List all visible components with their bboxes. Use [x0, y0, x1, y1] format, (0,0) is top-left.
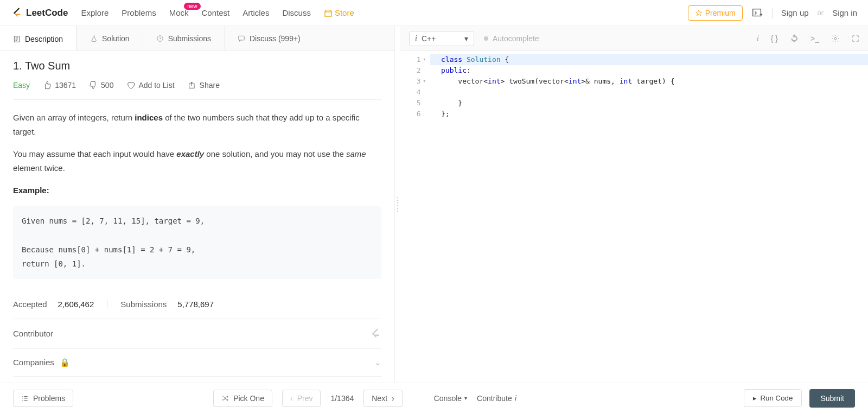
add-to-list-button[interactable]: Add to List [126, 81, 174, 90]
share-button[interactable]: Share [188, 81, 220, 90]
pager-text: 1/1364 [330, 394, 354, 403]
settings-icon[interactable] [831, 34, 840, 43]
related-topics-row[interactable]: Related Topics ⌄ [13, 376, 381, 383]
info-icon: i [515, 394, 517, 403]
reset-icon[interactable] [790, 34, 799, 43]
braces-icon[interactable]: { } [771, 34, 778, 43]
notes-icon[interactable]: i [757, 34, 759, 43]
code-line[interactable]: vector<int> twoSum(vector<int>& nums, in… [430, 76, 868, 87]
problem-title: 1. Two Sum [13, 60, 381, 72]
language-select[interactable]: i C++ ▾ [409, 31, 474, 46]
nav-mock[interactable]: Mocknew [169, 8, 189, 17]
info-icon: i [415, 34, 417, 43]
tab-solution[interactable]: Solution [76, 26, 143, 50]
chevron-left-icon: ‹ [290, 394, 293, 403]
pick-one-button[interactable]: Pick One [213, 390, 272, 407]
dislike-button[interactable]: 500 [89, 81, 113, 90]
description-pane: Description Solution Submissions Discuss… [0, 26, 395, 383]
nav-discuss[interactable]: Discuss [282, 8, 311, 17]
code-line[interactable]: public: [430, 65, 868, 76]
submit-button[interactable]: Submit [809, 389, 855, 408]
leetcode-logo-icon [11, 7, 23, 19]
or-text: or [818, 9, 824, 17]
code-line[interactable]: }; [430, 109, 868, 119]
chevron-down-icon: ⌄ [374, 358, 381, 367]
logo-text: LeetCode [26, 8, 68, 18]
example-code: Given nums = [2, 7, 11, 15], target = 9,… [13, 206, 381, 279]
logo[interactable]: LeetCode [11, 7, 68, 19]
svg-rect-1 [752, 9, 761, 16]
nav-articles[interactable]: Articles [242, 8, 269, 17]
prev-button[interactable]: ‹ Prev [282, 390, 321, 407]
nav-problems[interactable]: Problems [122, 8, 156, 17]
shuffle-icon [221, 395, 229, 402]
share-icon [188, 81, 196, 90]
problem-content[interactable]: 1. Two Sum Easy 13671 500 Add to List [0, 51, 394, 383]
new-badge: new [184, 3, 200, 10]
nav-explore[interactable]: Explore [81, 8, 108, 17]
editor-pane: i C++ ▾ Autocomplete i { } >_ [400, 26, 868, 383]
svg-point-6 [834, 37, 837, 40]
chevron-right-icon: › [392, 394, 394, 403]
signin-link[interactable]: Sign in [832, 8, 857, 17]
comment-icon [238, 35, 245, 42]
stats-row: Accepted 2,606,462 Submissions 5,778,697 [13, 290, 381, 319]
caret-down-icon: ▾ [464, 395, 467, 401]
play-icon: ▸ [753, 394, 757, 402]
submissions-value: 5,778,697 [177, 300, 214, 309]
difficulty-label: Easy [13, 81, 30, 90]
split-handle[interactable] [395, 26, 400, 383]
nav-contest[interactable]: Contest [202, 8, 230, 17]
code-line[interactable]: } [430, 98, 868, 109]
tab-discuss[interactable]: Discuss (999+) [224, 26, 314, 50]
list-icon [21, 395, 29, 402]
playground-icon[interactable] [751, 7, 763, 19]
editor-toolbar: i C++ ▾ Autocomplete i { } >_ [400, 26, 868, 51]
code-editor[interactable]: 1▾2 3▾4 5 6 class Solution {public: vect… [400, 51, 868, 383]
companies-row[interactable]: Companies 🔒 ⌄ [13, 348, 381, 376]
terminal-icon[interactable]: >_ [810, 34, 819, 43]
contribute-link[interactable]: Contribute i [477, 394, 516, 403]
caret-down-icon: ▾ [464, 34, 468, 43]
fullscreen-icon[interactable] [852, 35, 859, 42]
signup-link[interactable]: Sign up [781, 8, 809, 17]
next-button[interactable]: Next › [363, 390, 402, 407]
problems-button[interactable]: Problems [13, 390, 73, 407]
accepted-value: 2,606,462 [58, 300, 94, 309]
nav-store[interactable]: Store [324, 8, 354, 17]
leetcode-mono-icon [369, 328, 381, 340]
star-icon [695, 9, 703, 17]
accepted-label: Accepted [13, 300, 47, 309]
description-icon [13, 35, 21, 43]
line-gutter: 1▾2 3▾4 5 6 [400, 51, 430, 383]
submissions-label: Submissions [120, 300, 167, 309]
bottom-bar: Problems Pick One ‹ Prev 1/1364 Next › C… [0, 383, 868, 413]
divider [772, 8, 773, 18]
console-toggle[interactable]: Console ▾ [434, 394, 467, 403]
thumbs-down-icon [89, 81, 98, 90]
tab-description[interactable]: Description [0, 26, 76, 50]
premium-button[interactable]: Premium [688, 5, 743, 21]
status-dot-icon [484, 36, 488, 41]
lock-icon: 🔒 [58, 358, 70, 367]
top-nav: LeetCode Explore Problems Mocknew Contes… [0, 0, 868, 26]
heart-icon [126, 81, 135, 90]
code-line[interactable]: class Solution { [430, 54, 868, 65]
like-button[interactable]: 13671 [43, 81, 76, 90]
code-line[interactable] [430, 87, 868, 98]
svg-rect-4 [239, 36, 245, 40]
flask-icon [90, 35, 98, 42]
svg-rect-0 [325, 12, 331, 16]
tab-submissions[interactable]: Submissions [143, 26, 224, 50]
example-heading: Example: [13, 186, 49, 195]
thumbs-up-icon [43, 81, 52, 90]
autocomplete-toggle[interactable]: Autocomplete [484, 34, 539, 43]
run-code-button[interactable]: ▸ Run Code [744, 389, 802, 407]
contributor-row[interactable]: Contributor [13, 319, 381, 348]
history-icon [156, 35, 164, 42]
nav-links: Explore Problems Mocknew Contest Article… [81, 8, 354, 17]
code-lines[interactable]: class Solution {public: vector<int> twoS… [430, 51, 868, 383]
description-tabs: Description Solution Submissions Discuss… [0, 26, 394, 51]
store-icon [324, 9, 333, 17]
problem-body: Given an array of integers, return indic… [13, 100, 381, 290]
